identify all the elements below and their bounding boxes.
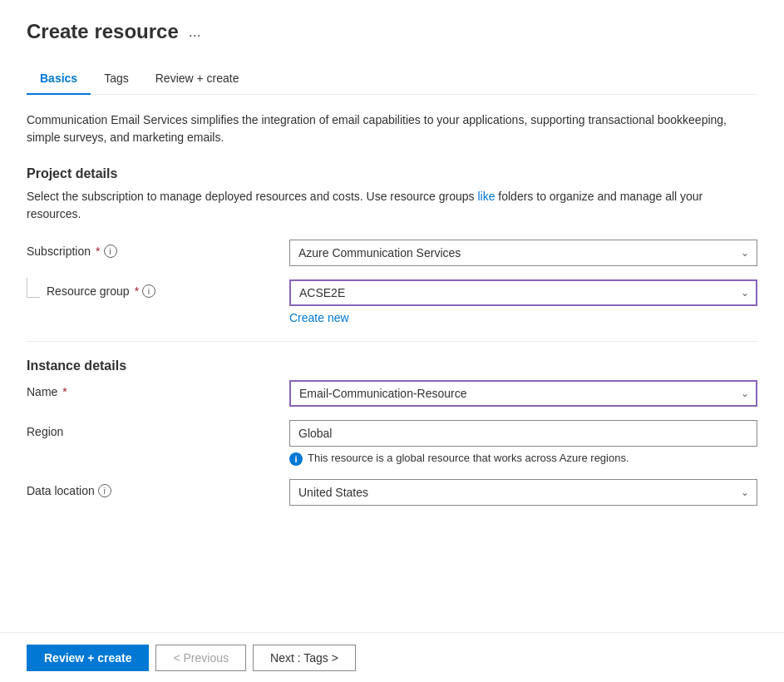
subscription-info-icon[interactable]: i — [104, 245, 117, 258]
subscription-required: * — [96, 245, 100, 258]
rg-line — [27, 278, 40, 298]
resource-group-select[interactable]: ACSE2E — [289, 279, 757, 306]
subscription-row: Subscription * i Azure Communication Ser… — [27, 240, 757, 266]
region-label-col: Region — [27, 420, 276, 438]
data-location-info-icon[interactable]: i — [98, 484, 111, 497]
bottom-bar: Review + create < Previous Next : Tags > — [0, 632, 784, 682]
tab-tags[interactable]: Tags — [91, 63, 142, 95]
review-create-button[interactable]: Review + create — [27, 645, 149, 671]
data-location-control-col: United States ⌄ — [289, 479, 757, 506]
name-select-wrapper: Email-Communication-Resource ⌄ — [289, 380, 757, 407]
create-new-link[interactable]: Create new — [289, 311, 349, 324]
tab-bar: Basics Tags Review + create — [27, 63, 757, 95]
region-input[interactable] — [289, 420, 757, 447]
name-required: * — [62, 385, 67, 398]
subscription-select[interactable]: Azure Communication Services — [289, 240, 757, 266]
name-select[interactable]: Email-Communication-Resource — [289, 380, 757, 407]
region-info-row: i This resource is a global resource tha… — [289, 452, 757, 466]
subscription-label-col: Subscription * i — [27, 240, 276, 258]
page-title: Create resource — [27, 20, 179, 43]
resource-group-label-col: Resource group * i — [27, 279, 276, 298]
project-details-subtitle: Select the subscription to manage deploy… — [27, 188, 757, 223]
region-row: Region i This resource is a global resou… — [27, 420, 757, 466]
region-control-col: i This resource is a global resource tha… — [289, 420, 757, 466]
region-label: Region — [27, 425, 276, 438]
divider — [27, 341, 757, 342]
description-text: Communication Email Services simplifies … — [27, 111, 757, 146]
region-info-text: This resource is a global resource that … — [308, 452, 629, 464]
previous-button[interactable]: < Previous — [155, 645, 246, 671]
rg-indent: Resource group * i — [27, 284, 276, 298]
page-header: Create resource ... — [27, 20, 757, 43]
data-location-label: Data location i — [27, 484, 276, 497]
name-row: Name * Email-Communication-Resource ⌄ — [27, 380, 757, 407]
subscription-control-col: Azure Communication Services ⌄ — [289, 240, 757, 266]
name-label: Name * — [27, 385, 276, 398]
tab-review-create[interactable]: Review + create — [142, 63, 253, 95]
ellipsis-button[interactable]: ... — [185, 22, 205, 42]
data-location-select-wrapper: United States ⌄ — [289, 479, 757, 506]
tab-basics[interactable]: Basics — [27, 63, 91, 95]
project-details-title: Project details — [27, 166, 757, 181]
region-info-circle-icon: i — [289, 452, 303, 466]
resource-group-select-wrapper: ACSE2E ⌄ — [289, 279, 757, 306]
name-control-col: Email-Communication-Resource ⌄ — [289, 380, 757, 407]
project-details-section: Project details Select the subscription … — [27, 166, 757, 324]
data-location-select[interactable]: United States — [289, 479, 757, 506]
resource-group-info-icon[interactable]: i — [142, 284, 155, 298]
next-tags-button[interactable]: Next : Tags > — [253, 645, 356, 671]
subscription-label: Subscription * i — [27, 245, 276, 258]
data-location-row: Data location i United States ⌄ — [27, 479, 757, 506]
instance-details-title: Instance details — [27, 358, 757, 373]
instance-details-section: Instance details Name * Email-Communicat… — [27, 358, 757, 506]
resource-group-label: Resource group * i — [47, 284, 155, 298]
resource-group-row: Resource group * i ACSE2E ⌄ Create new — [27, 279, 757, 324]
subscription-select-wrapper: Azure Communication Services ⌄ — [289, 240, 757, 266]
resource-group-control-col: ACSE2E ⌄ Create new — [289, 279, 757, 324]
data-location-label-col: Data location i — [27, 479, 276, 497]
name-label-col: Name * — [27, 380, 276, 398]
resource-group-required: * — [135, 284, 139, 298]
